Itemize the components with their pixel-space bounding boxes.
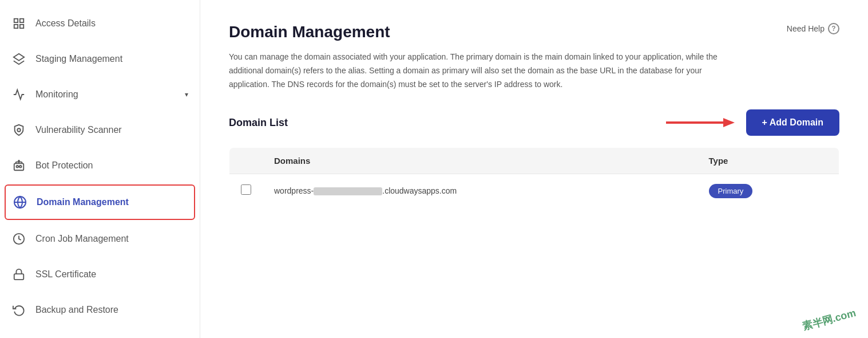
domain-name-prefix: wordpress- [274, 186, 314, 195]
shield-scan-icon [11, 123, 26, 137]
layers-icon [11, 52, 26, 66]
robot-icon [11, 158, 26, 173]
www-icon [13, 195, 27, 210]
arrow-add-domain-group: + Add Domain [666, 109, 839, 136]
sidebar-item-label: Bot Protection [35, 160, 93, 171]
svg-rect-3 [20, 25, 23, 28]
sidebar-item-label: SSL Certificate [35, 269, 96, 280]
svg-point-8 [19, 166, 22, 168]
table-col-type: Type [697, 148, 839, 174]
domain-name-suffix: .cloudwaysapps.com [382, 186, 457, 195]
svg-point-7 [16, 166, 18, 168]
sidebar: Access Details Staging Management Monito… [0, 0, 200, 338]
svg-rect-0 [14, 19, 18, 22]
red-arrow [666, 114, 735, 131]
svg-rect-2 [14, 25, 18, 28]
table-cell-type: Primary [697, 174, 839, 207]
sidebar-item-label: Domain Management [37, 197, 129, 207]
add-domain-button[interactable]: + Add Domain [746, 109, 839, 136]
table-col-checkbox [229, 148, 263, 174]
sidebar-item-access-details[interactable]: Access Details [0, 6, 200, 41]
sidebar-item-cron-job-management[interactable]: Cron Job Management [0, 221, 200, 257]
page-title: Domain Management [229, 23, 839, 41]
sidebar-item-label: Cron Job Management [35, 234, 129, 244]
table-header-row: Domains Type [229, 148, 839, 174]
chevron-down-icon: ▾ [185, 91, 188, 99]
restore-icon [11, 302, 26, 317]
clock-icon [11, 231, 26, 246]
sidebar-item-label: Access Details [35, 18, 96, 29]
need-help-link[interactable]: Need Help ? [787, 23, 839, 34]
svg-rect-12 [14, 274, 24, 280]
sidebar-item-label: Vulnerability Scanner [35, 125, 122, 135]
domain-list-title: Domain List [229, 117, 288, 129]
sidebar-item-label: Staging Management [35, 54, 122, 64]
table-col-domains: Domains [263, 148, 697, 174]
grid-icon [11, 16, 26, 31]
domain-blurred [314, 187, 382, 195]
page-description: You can manage the domain associated wit… [229, 50, 744, 91]
sidebar-item-domain-management[interactable]: Domain Management [5, 184, 195, 220]
svg-marker-14 [723, 118, 735, 127]
need-help-label: Need Help [787, 24, 825, 33]
sidebar-item-label: Monitoring [35, 89, 78, 100]
sidebar-item-monitoring[interactable]: Monitoring ▾ [0, 77, 200, 112]
watermark: 素半网.com [801, 306, 858, 333]
table-cell-checkbox [229, 174, 263, 207]
domain-row-checkbox[interactable] [241, 184, 251, 195]
help-circle-icon: ? [828, 23, 839, 34]
svg-rect-1 [20, 19, 23, 22]
sidebar-item-vulnerability-scanner[interactable]: Vulnerability Scanner [0, 112, 200, 148]
main-content: Need Help ? Domain Management You can ma… [200, 0, 868, 338]
sidebar-item-label: Backup and Restore [35, 305, 118, 315]
table-row: wordpress-.cloudwaysapps.com Primary [229, 174, 839, 207]
table-cell-domain: wordpress-.cloudwaysapps.com [263, 174, 697, 207]
sidebar-item-ssl-certificate[interactable]: SSL Certificate [0, 257, 200, 292]
svg-point-5 [17, 128, 21, 132]
svg-marker-4 [14, 54, 24, 61]
primary-badge: Primary [709, 184, 753, 198]
sidebar-item-backup-restore[interactable]: Backup and Restore [0, 292, 200, 328]
svg-point-9 [18, 160, 19, 162]
sidebar-item-staging-management[interactable]: Staging Management [0, 41, 200, 77]
lock-icon [11, 267, 26, 282]
section-header: Domain List + Add Domain [229, 109, 839, 136]
chart-icon [11, 87, 26, 102]
domain-table: Domains Type wordpress-.cloudwaysapps.co… [229, 147, 839, 207]
svg-rect-6 [14, 163, 24, 170]
sidebar-item-bot-protection[interactable]: Bot Protection [0, 148, 200, 183]
